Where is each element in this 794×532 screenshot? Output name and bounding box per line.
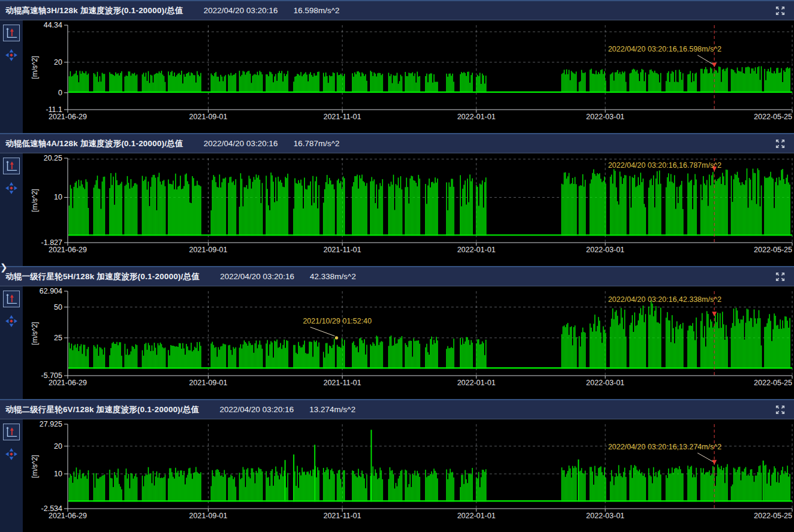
waveform-trend-chart[interactable]: 2021-06-292021-09-012021-11-012022-01-01… <box>23 419 794 531</box>
tool-strip <box>0 153 23 266</box>
svg-text:2022-03-01: 2022-03-01 <box>586 379 624 387</box>
panel-body: 2021-06-292021-09-012021-11-012022-01-01… <box>0 20 794 133</box>
svg-text:2021-11-01: 2021-11-01 <box>324 512 361 520</box>
svg-text:[m/s^2]: [m/s^2] <box>31 455 39 477</box>
pan-move-icon[interactable] <box>5 49 18 62</box>
svg-text:0: 0 <box>58 89 62 97</box>
chart-panel-3: 动辊一级行星轮5H/128k 加速度波形(0.1-20000)/总值 2022/… <box>0 266 794 399</box>
svg-text:2022/04/20 03:20:16,42.338m/s^: 2022/04/20 03:20:16,42.338m/s^2 <box>608 295 721 304</box>
svg-text:2022/04/20 03:20:16,16.598m/s^: 2022/04/20 03:20:16,16.598m/s^2 <box>608 45 721 53</box>
svg-text:50: 50 <box>54 303 62 312</box>
panel-header: 动辊二级行星轮6V/128k 加速度波形(0.1-20000)/总值 2022/… <box>0 400 794 419</box>
chart-panel-2: 动辊低速轴4A/128k 加速度波形(0.1-20000)/总值 2022/04… <box>0 133 794 266</box>
svg-text:2021-09-01: 2021-09-01 <box>189 512 228 520</box>
chart-panel-1: 动辊高速轴3H/128k 加速度波形(0.1-20000)/总值 2022/04… <box>0 0 794 133</box>
trend-dashboard: ❯ 动辊高速轴3H/128k 加速度波形(0.1-20000)/总值 2022/… <box>0 0 794 532</box>
svg-text:2022-05-25: 2022-05-25 <box>754 113 792 121</box>
sidebar-expand-chevron-icon[interactable]: ❯ <box>0 261 8 273</box>
panel-title: 动辊二级行星轮6V/128k 加速度波形(0.1-20000)/总值 <box>5 404 199 415</box>
panel-current-value: 16.598m/s^2 <box>294 6 340 15</box>
panel-timestamp: 2022/04/20 03:20:16 <box>219 405 294 414</box>
panel-title: 动辊一级行星轮5H/128k 加速度波形(0.1-20000)/总值 <box>5 271 200 282</box>
panel-body: 2021-06-292021-09-012021-11-012022-01-01… <box>0 286 794 399</box>
svg-text:27.925: 27.925 <box>40 420 62 428</box>
svg-text:2022-01-01: 2022-01-01 <box>457 113 496 121</box>
tool-strip <box>0 20 23 133</box>
expand-fullscreen-icon[interactable] <box>774 403 787 416</box>
svg-text:[m/s^2]: [m/s^2] <box>31 322 39 344</box>
autoscale-axis-icon[interactable] <box>3 158 20 174</box>
svg-text:2022-03-01: 2022-03-01 <box>586 512 624 520</box>
svg-text:-1.827: -1.827 <box>41 238 62 247</box>
svg-text:2021-06-29: 2021-06-29 <box>49 113 87 121</box>
svg-text:20: 20 <box>54 442 62 451</box>
svg-text:10: 10 <box>54 193 62 201</box>
panel-title: 动辊低速轴4A/128k 加速度波形(0.1-20000)/总值 <box>5 138 183 149</box>
svg-text:2022-05-25: 2022-05-25 <box>754 512 792 520</box>
svg-text:20: 20 <box>54 58 62 66</box>
svg-text:2022/04/20 03:20:16,13.274m/s^: 2022/04/20 03:20:16,13.274m/s^2 <box>608 443 721 451</box>
svg-text:10: 10 <box>54 470 62 478</box>
svg-text:-5.705: -5.705 <box>41 371 62 380</box>
svg-text:-2.534: -2.534 <box>41 504 62 513</box>
expand-fullscreen-icon[interactable] <box>774 4 787 17</box>
svg-text:[m/s^2]: [m/s^2] <box>31 56 39 78</box>
pan-move-icon[interactable] <box>5 448 18 461</box>
panel-current-value: 13.274m/s^2 <box>309 405 355 414</box>
svg-text:2022-01-01: 2022-01-01 <box>457 246 496 254</box>
panel-timestamp: 2022/04/20 03:20:16 <box>204 139 278 148</box>
pan-move-icon[interactable] <box>5 315 18 328</box>
svg-text:2021-09-01: 2021-09-01 <box>189 379 228 387</box>
expand-fullscreen-icon[interactable] <box>774 137 787 150</box>
svg-text:2022-05-25: 2022-05-25 <box>754 379 792 387</box>
panel-timestamp: 2022/04/20 03:20:16 <box>204 6 278 15</box>
panel-header: 动辊一级行星轮5H/128k 加速度波形(0.1-20000)/总值 2022/… <box>0 267 794 286</box>
panel-title: 动辊高速轴3H/128k 加速度波形(0.1-20000)/总值 <box>5 5 183 16</box>
expand-fullscreen-icon[interactable] <box>774 270 787 283</box>
panel-header: 动辊高速轴3H/128k 加速度波形(0.1-20000)/总值 2022/04… <box>0 1 794 20</box>
svg-text:2021/10/29 01:52:40: 2021/10/29 01:52:40 <box>303 317 372 325</box>
svg-text:2021-09-01: 2021-09-01 <box>189 113 228 121</box>
waveform-trend-chart[interactable]: 2021-06-292021-09-012021-11-012022-01-01… <box>23 286 794 398</box>
svg-text:2022-03-01: 2022-03-01 <box>586 113 624 121</box>
svg-text:2021-11-01: 2021-11-01 <box>324 379 361 387</box>
svg-text:2022-01-01: 2022-01-01 <box>457 512 496 520</box>
svg-text:2022-05-25: 2022-05-25 <box>754 246 792 254</box>
chart-panel-4: 动辊二级行星轮6V/128k 加速度波形(0.1-20000)/总值 2022/… <box>0 399 794 532</box>
svg-text:-11.1: -11.1 <box>46 105 62 114</box>
svg-text:44.34: 44.34 <box>44 21 62 29</box>
panel-timestamp: 2022/04/20 03:20:16 <box>220 272 294 281</box>
panel-body: 2021-06-292021-09-012021-11-012022-01-01… <box>0 419 794 532</box>
svg-text:20.25: 20.25 <box>44 154 62 162</box>
pan-move-icon[interactable] <box>5 182 18 195</box>
panel-current-value: 42.338m/s^2 <box>310 272 356 281</box>
svg-text:2021-11-01: 2021-11-01 <box>324 113 361 121</box>
panel-body: 2021-06-292021-09-012021-11-012022-01-01… <box>0 153 794 266</box>
panel-header: 动辊低速轴4A/128k 加速度波形(0.1-20000)/总值 2022/04… <box>0 134 794 153</box>
panel-current-value: 16.787m/s^2 <box>294 139 340 148</box>
svg-text:62.904: 62.904 <box>40 287 62 295</box>
svg-text:2021-06-29: 2021-06-29 <box>49 512 87 520</box>
autoscale-axis-icon[interactable] <box>3 291 20 307</box>
svg-text:[m/s^2]: [m/s^2] <box>31 189 39 211</box>
svg-text:2021-06-29: 2021-06-29 <box>49 379 87 387</box>
svg-text:2021-11-01: 2021-11-01 <box>324 246 361 254</box>
waveform-trend-chart[interactable]: 2021-06-292021-09-012021-11-012022-01-01… <box>23 20 794 132</box>
svg-text:2021-09-01: 2021-09-01 <box>189 246 228 254</box>
autoscale-axis-icon[interactable] <box>3 25 20 41</box>
svg-text:2022-01-01: 2022-01-01 <box>457 379 496 387</box>
svg-text:2021-06-29: 2021-06-29 <box>49 246 87 254</box>
svg-text:25: 25 <box>54 334 62 342</box>
tool-strip <box>0 419 23 532</box>
autoscale-axis-icon[interactable] <box>3 424 20 440</box>
tool-strip <box>0 286 23 399</box>
svg-text:2022/04/20 03:20:16,16.787m/s^: 2022/04/20 03:20:16,16.787m/s^2 <box>608 161 721 170</box>
svg-text:2022-03-01: 2022-03-01 <box>586 246 624 254</box>
waveform-trend-chart[interactable]: 2021-06-292021-09-012021-11-012022-01-01… <box>23 153 794 265</box>
